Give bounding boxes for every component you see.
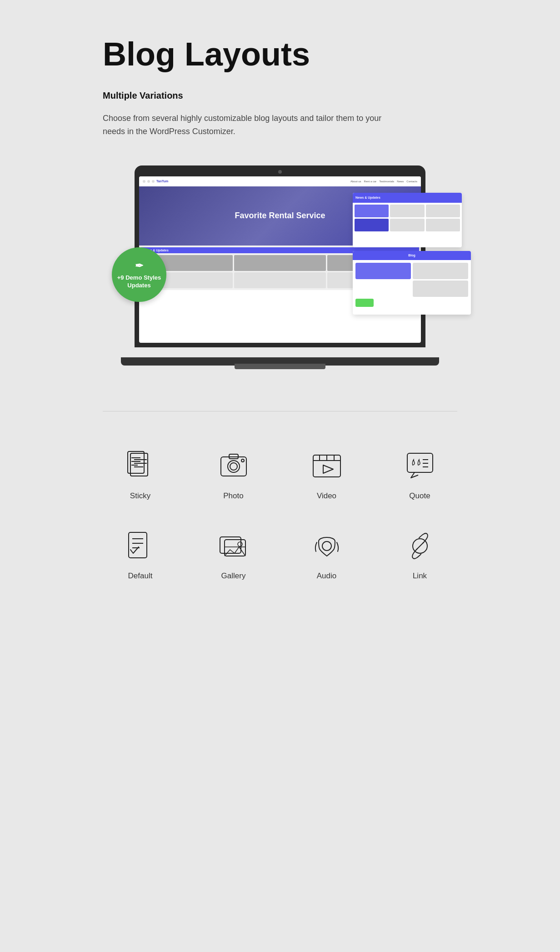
svg-rect-8 bbox=[221, 457, 246, 476]
nav-item: Rent a car bbox=[364, 180, 377, 183]
laptop-section: ✒ +9 Demo Styles Updates TanTum About us bbox=[103, 165, 457, 375]
demo-badge: ✒ +9 Demo Styles Updates bbox=[112, 247, 166, 302]
video-icon bbox=[309, 448, 345, 484]
news-card-2 bbox=[390, 205, 424, 217]
subtitle: Multiple Variations bbox=[103, 90, 457, 101]
svg-point-12 bbox=[241, 459, 244, 462]
quote-svg bbox=[404, 450, 436, 482]
pen-icon: ✒ bbox=[135, 260, 143, 273]
icon-item-audio: Audio bbox=[309, 528, 345, 581]
sticky-label: Sticky bbox=[130, 491, 150, 501]
nav-item: Contacts bbox=[406, 180, 417, 183]
news-screen-header: News & Updates bbox=[353, 193, 462, 203]
browser-bar: TanTum About us Rent a car Testimonials … bbox=[139, 176, 421, 186]
default-icon bbox=[122, 528, 159, 564]
gallery-label: Gallery bbox=[221, 571, 246, 581]
news-screen: News & Updates bbox=[353, 193, 462, 247]
blog-sidebar-card-2 bbox=[413, 281, 468, 297]
news-card-4 bbox=[355, 219, 389, 231]
svg-point-10 bbox=[230, 463, 237, 470]
gallery-icon bbox=[215, 528, 252, 564]
photo-svg bbox=[217, 450, 250, 482]
photo-icon bbox=[215, 448, 252, 484]
sticky-svg bbox=[124, 450, 157, 482]
blog-screen-body bbox=[353, 260, 471, 310]
audio-svg bbox=[310, 530, 343, 562]
blog-card-2 bbox=[234, 255, 326, 271]
nav-item: Testimonials bbox=[379, 180, 394, 183]
nav-item: News bbox=[397, 180, 404, 183]
svg-point-9 bbox=[228, 461, 240, 472]
blog-green-btn bbox=[355, 299, 374, 307]
news-screen-title: News & Updates bbox=[355, 196, 380, 199]
nav-item: About us bbox=[350, 180, 361, 183]
demo-badge-text: +9 Demo Styles Updates bbox=[112, 274, 166, 290]
page-wrapper: Blog Layouts Multiple Variations Choose … bbox=[75, 0, 485, 626]
svg-point-30 bbox=[238, 542, 242, 546]
laptop-wrapper: ✒ +9 Demo Styles Updates TanTum About us bbox=[125, 165, 435, 375]
sticky-icon bbox=[122, 448, 159, 484]
blog-bottom-row bbox=[355, 299, 468, 307]
icons-section: Sticky Photo bbox=[103, 439, 457, 590]
browser-dot-1 bbox=[143, 180, 145, 183]
icon-item-link: Link bbox=[402, 528, 438, 581]
browser-nav: About us Rent a car Testimonials News Co… bbox=[350, 180, 417, 183]
svg-rect-23 bbox=[129, 532, 147, 558]
blog-screen-header: Blog bbox=[353, 251, 471, 260]
link-label: Link bbox=[413, 571, 427, 581]
svg-point-31 bbox=[322, 541, 331, 551]
blog-sidebar bbox=[413, 263, 468, 297]
overlay-screens: News & Updates Blog bbox=[353, 193, 471, 315]
video-svg bbox=[310, 450, 343, 482]
audio-label: Audio bbox=[317, 571, 336, 581]
blog-screen-title: Blog bbox=[408, 254, 415, 257]
link-icon bbox=[402, 528, 438, 564]
blog-card-5 bbox=[234, 272, 326, 288]
browser-dot-3 bbox=[152, 180, 155, 183]
default-label: Default bbox=[128, 571, 153, 581]
quote-label: Quote bbox=[409, 491, 430, 501]
default-svg bbox=[124, 530, 157, 562]
blog-sidebar-card-1 bbox=[413, 263, 468, 279]
blog-screen: Blog bbox=[353, 251, 471, 315]
icon-item-default: Default bbox=[122, 528, 159, 581]
icon-item-gallery: Gallery bbox=[215, 528, 252, 581]
news-card-5 bbox=[390, 219, 424, 231]
browser-logo: TanTum bbox=[156, 180, 168, 183]
news-card-6 bbox=[426, 219, 460, 231]
link-svg bbox=[404, 530, 436, 562]
laptop-camera bbox=[278, 170, 282, 174]
svg-marker-18 bbox=[323, 465, 333, 473]
hero-text: Favorite Rental Service bbox=[235, 211, 325, 221]
photo-label: Photo bbox=[223, 491, 243, 501]
gallery-svg bbox=[217, 530, 250, 562]
blog-card-big-1 bbox=[355, 263, 411, 279]
icon-item-video: Video bbox=[309, 448, 345, 501]
quote-icon bbox=[402, 448, 438, 484]
section-divider bbox=[103, 411, 457, 411]
news-screen-body bbox=[353, 203, 462, 233]
icon-item-sticky: Sticky bbox=[122, 448, 159, 501]
description: Choose from several highly customizable … bbox=[103, 112, 385, 138]
browser-dot-2 bbox=[147, 180, 150, 183]
icon-item-photo: Photo bbox=[215, 448, 252, 501]
page-title: Blog Layouts bbox=[103, 36, 457, 72]
icons-grid: Sticky Photo bbox=[103, 448, 457, 581]
svg-line-33 bbox=[416, 542, 424, 550]
news-card-1 bbox=[355, 205, 389, 217]
video-label: Video bbox=[317, 491, 336, 501]
news-card-3 bbox=[426, 205, 460, 217]
icon-item-quote: Quote bbox=[402, 448, 438, 501]
laptop-stand bbox=[235, 364, 325, 369]
audio-icon bbox=[309, 528, 345, 564]
